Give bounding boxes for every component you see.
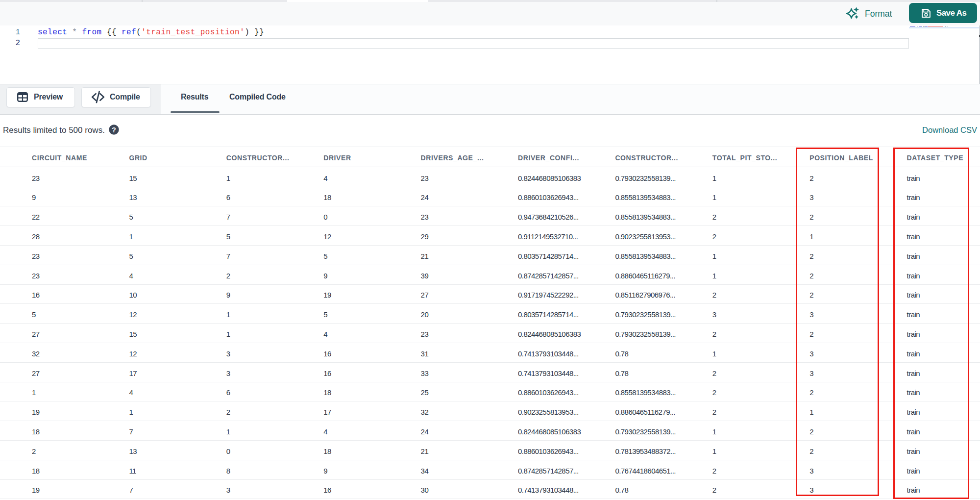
- svg-text:?: ?: [112, 125, 116, 133]
